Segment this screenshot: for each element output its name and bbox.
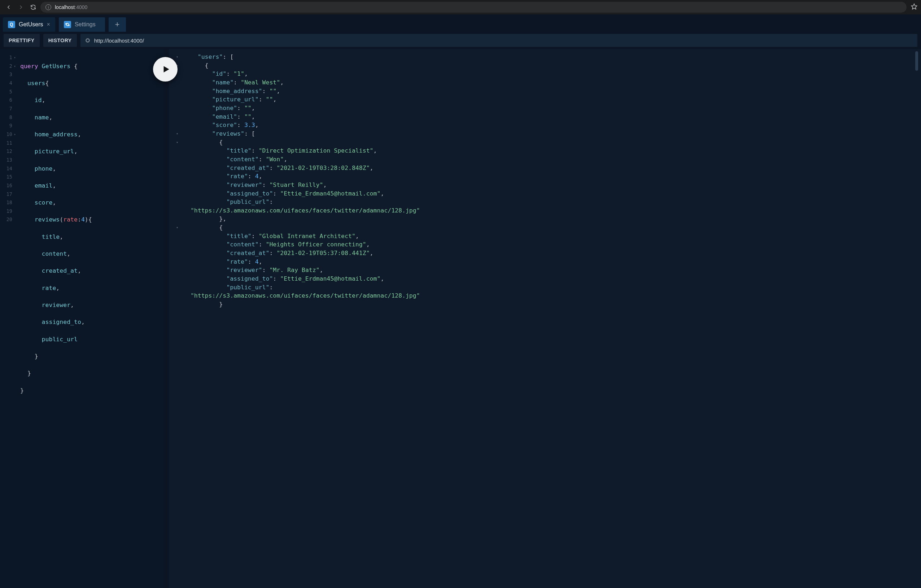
field-reviewer: reviewer [42,302,70,309]
punct: , [52,165,56,172]
field-email: email [35,182,53,189]
workspace: 1234567891011121314151617181920 query Ge… [0,49,921,588]
line-gutter: 1234567891011121314151617181920 [0,49,15,588]
punct: , [52,199,56,206]
punct: { [46,80,49,86]
close-icon[interactable]: × [47,21,50,28]
punct: , [49,114,53,121]
punct: } [28,370,31,377]
field-score: score [35,199,53,206]
punct: } [20,387,24,394]
punct: } [35,353,38,360]
punct: , [78,267,81,274]
address-bar[interactable]: i localhost:4000 [41,2,906,13]
punct: , [81,318,85,325]
punct: , [56,284,60,291]
field-users: users [28,80,46,86]
url-text: localhost:4000 [55,4,87,10]
info-icon: i [46,4,51,10]
punct: , [42,97,46,104]
query-icon: Q [8,21,15,28]
action-toolbar: PRETTIFY HISTORY http://localhost:4000/ [0,32,921,49]
field-home-address: home_address [35,131,78,138]
punct: , [70,302,74,309]
result-pane[interactable]: ▾ "users": [▾ { "id": "1", "name": "Neal… [169,49,921,588]
browser-toolbar: i localhost:4000 [0,0,921,15]
keyword-query: query [20,63,38,70]
tab-settings[interactable]: Settings [59,17,105,32]
endpoint-url: http://localhost:4000/ [94,37,144,44]
punct: ( [60,216,63,223]
new-tab-button[interactable]: + [109,17,126,32]
punct: , [52,182,56,189]
svg-marker-0 [911,4,917,10]
punct: , [67,250,70,257]
url-port: :4000 [75,4,87,10]
result-json: ▾ "users": [▾ { "id": "1", "name": "Neal… [173,53,914,309]
field-public-url: public_url [42,336,78,343]
status-dot-icon [86,38,90,42]
forward-button[interactable] [16,2,26,12]
punct: , [74,148,78,155]
field-phone: phone [35,165,53,172]
field-rate: rate [42,284,56,291]
punct: ) [85,216,88,223]
run-button[interactable] [153,57,177,81]
pane-divider[interactable] [164,49,169,588]
field-picture-url: picture_url [35,148,74,155]
punct: : [78,216,81,223]
tab-label: GetUsers [19,21,43,28]
field-name: name [35,114,49,121]
operation-name: GetUsers [42,63,70,70]
arg-value: 4 [81,216,85,223]
endpoint-input[interactable]: http://localhost:4000/ [80,34,918,47]
query-editor[interactable]: 1234567891011121314151617181920 query Ge… [0,49,164,588]
field-reviews: reviews [35,216,60,223]
scrollbar-thumb[interactable] [915,51,918,71]
reload-button[interactable] [28,2,38,12]
tab-label: Settings [75,21,96,28]
back-button[interactable] [3,2,14,12]
field-id: id [35,97,42,104]
bookmark-star-icon[interactable] [911,3,918,11]
gear-icon [64,21,71,28]
query-code[interactable]: query GetUsers { users{ id, name, home_a… [15,49,164,588]
punct: , [60,233,63,240]
arg-rate: rate [63,216,78,223]
url-host: localhost [55,4,75,10]
punct: { [70,63,78,70]
tab-getusers[interactable]: Q GetUsers × [3,17,55,32]
field-created-at: created_at [42,267,78,274]
field-content: content [42,250,67,257]
punct: , [78,131,81,138]
field-assigned-to: assigned_to [42,318,81,325]
punct: { [88,216,92,223]
document-tabs: Q GetUsers × Settings + [0,15,921,32]
prettify-button[interactable]: PRETTIFY [3,34,40,47]
field-title: title [42,233,60,240]
history-button[interactable]: HISTORY [43,34,77,47]
